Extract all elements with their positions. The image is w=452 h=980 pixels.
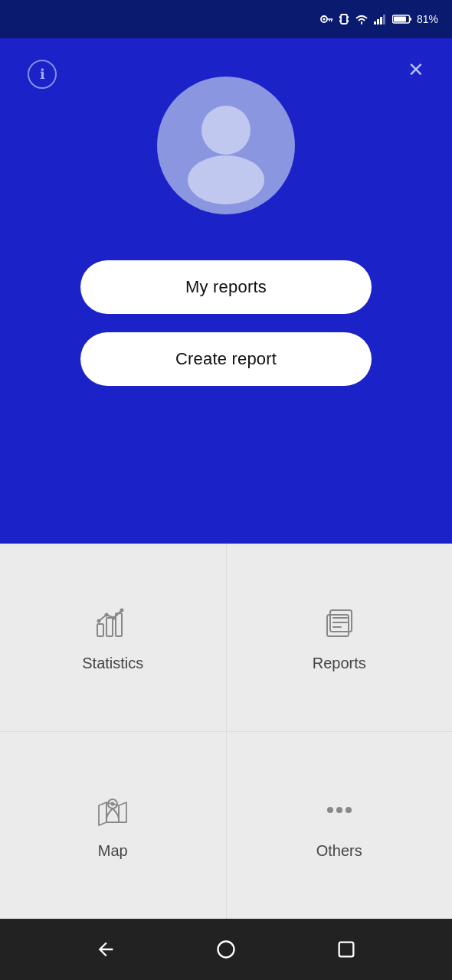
svg-rect-11 xyxy=(377,19,379,24)
menu-item-statistics[interactable]: Statistics xyxy=(0,544,227,731)
back-button[interactable] xyxy=(89,933,123,966)
status-bar: 81% xyxy=(0,0,452,38)
svg-point-25 xyxy=(120,608,124,612)
svg-rect-4 xyxy=(329,20,330,21)
home-button[interactable] xyxy=(209,933,243,966)
svg-point-18 xyxy=(188,155,264,204)
svg-point-22 xyxy=(97,619,101,622)
svg-rect-37 xyxy=(339,942,353,957)
recents-button[interactable] xyxy=(329,933,363,966)
svg-rect-10 xyxy=(374,21,376,24)
svg-point-36 xyxy=(218,942,234,958)
svg-rect-13 xyxy=(383,15,385,24)
others-label: Others xyxy=(316,842,362,860)
avatar xyxy=(157,77,295,214)
svg-rect-6 xyxy=(339,16,341,18)
menu-section: Statistics Reports xyxy=(0,544,452,919)
svg-point-33 xyxy=(327,807,333,813)
close-icon[interactable]: ✕ xyxy=(408,60,424,80)
svg-rect-5 xyxy=(341,15,347,24)
svg-rect-21 xyxy=(116,613,122,636)
menu-item-reports[interactable]: Reports xyxy=(227,544,453,731)
create-report-button[interactable]: Create report xyxy=(80,332,372,386)
reports-label: Reports xyxy=(313,655,366,672)
svg-rect-19 xyxy=(97,624,103,636)
menu-row-1: Statistics Reports xyxy=(0,544,452,732)
svg-rect-3 xyxy=(331,20,332,22)
nav-bar xyxy=(0,919,452,980)
svg-point-23 xyxy=(105,612,109,616)
svg-rect-20 xyxy=(106,618,113,636)
svg-point-24 xyxy=(113,616,116,619)
svg-rect-2 xyxy=(326,18,332,20)
my-reports-button[interactable]: My reports xyxy=(80,260,372,314)
svg-point-1 xyxy=(323,18,325,21)
menu-row-2: Map Others xyxy=(0,732,452,920)
svg-point-35 xyxy=(346,807,352,813)
svg-point-17 xyxy=(201,106,251,155)
menu-item-others[interactable]: Others xyxy=(227,732,453,920)
svg-rect-8 xyxy=(339,20,341,22)
svg-rect-7 xyxy=(347,16,349,18)
menu-item-map[interactable]: Map xyxy=(0,732,227,920)
status-icons: 81% xyxy=(320,12,438,26)
battery-text: 81% xyxy=(417,13,438,25)
svg-point-34 xyxy=(336,807,342,813)
statistics-label: Statistics xyxy=(82,655,143,672)
svg-rect-15 xyxy=(409,18,411,21)
svg-rect-16 xyxy=(394,17,406,22)
svg-rect-9 xyxy=(347,20,349,22)
svg-rect-12 xyxy=(380,17,382,24)
info-icon[interactable]: ℹ xyxy=(28,60,57,89)
blue-panel: ℹ ✕ My reports Create report xyxy=(0,38,452,544)
map-label: Map xyxy=(98,842,128,860)
